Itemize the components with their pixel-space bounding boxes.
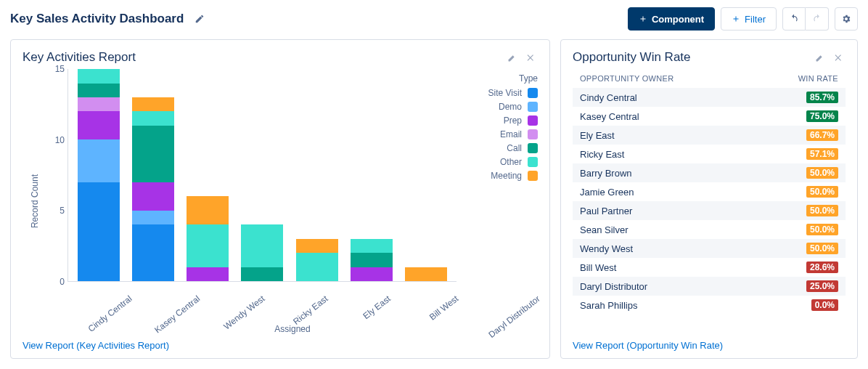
x-tick: Bill West	[404, 282, 471, 328]
table-row[interactable]: Barry Brown50.0%	[573, 163, 846, 182]
col-rate-header: WIN RATE	[798, 74, 838, 83]
x-axis-label: Assigned	[47, 324, 538, 334]
win-rate-badge: 85.7%	[806, 92, 838, 103]
add-component-button[interactable]: Component	[628, 7, 715, 31]
bar[interactable]	[78, 69, 120, 281]
bar[interactable]	[241, 224, 283, 281]
win-rate-panel: Opportunity Win Rate OPPORTUNITY OWNER W…	[560, 39, 858, 359]
bar-segment-meeting	[405, 267, 447, 281]
bar-slot	[126, 69, 180, 281]
bar-segment-call	[241, 267, 283, 281]
legend-label: Demo	[499, 102, 522, 112]
x-tick: Wendy West	[202, 282, 269, 328]
legend-item-site_visit[interactable]: Site Visit	[462, 88, 538, 98]
legend-item-call[interactable]: Call	[462, 143, 538, 153]
owner-cell: Barry Brown	[580, 168, 632, 179]
view-report-link-chart[interactable]: View Report (Key Activities Report)	[22, 334, 538, 351]
table-row[interactable]: Jamie Green50.0%	[573, 182, 846, 201]
legend-swatch	[528, 157, 538, 167]
bar-segment-other	[78, 69, 120, 83]
x-axis: Cindy CentralKasey CentralWendy WestRick…	[67, 282, 538, 328]
bar[interactable]	[296, 239, 338, 281]
y-tick: 10	[55, 135, 65, 145]
bar-segment-meeting	[296, 239, 338, 253]
bar-segment-prep	[132, 182, 174, 211]
x-tick: Kasey Central	[135, 282, 202, 328]
bar[interactable]	[187, 196, 229, 281]
legend-item-other[interactable]: Other	[462, 157, 538, 167]
table-row[interactable]: Paul Partner50.0%	[573, 201, 846, 220]
add-filter-label: Filter	[745, 14, 766, 25]
table-header-row: OPPORTUNITY OWNER WIN RATE	[573, 69, 846, 88]
legend-item-prep[interactable]: Prep	[462, 115, 538, 126]
edit-chart-icon[interactable]	[504, 50, 519, 65]
owner-cell: Ely East	[580, 130, 615, 141]
bar-segment-other	[351, 239, 393, 253]
redo-icon[interactable]	[806, 7, 829, 31]
bar-slot	[399, 69, 454, 281]
close-table-icon[interactable]	[831, 50, 846, 65]
bar[interactable]	[405, 267, 447, 281]
owner-cell: Jamie Green	[580, 187, 634, 198]
win-rate-badge: 50.0%	[806, 167, 838, 179]
bar-segment-other	[132, 111, 174, 125]
add-filter-button[interactable]: Filter	[721, 7, 777, 31]
dashboard-header: Key Sales Activity Dashboard Component F…	[10, 6, 858, 32]
bar[interactable]	[132, 97, 174, 281]
table-row[interactable]: Cindy Central85.7%	[573, 88, 846, 107]
win-rate-badge: 50.0%	[806, 186, 838, 198]
table-title: Opportunity Win Rate	[573, 50, 691, 65]
legend-label: Email	[500, 129, 522, 139]
table-row[interactable]: Daryl Distributor25.0%	[573, 277, 846, 296]
close-chart-icon[interactable]	[523, 50, 538, 65]
bar-segment-demo	[78, 139, 120, 182]
table-row[interactable]: Ely East66.7%	[573, 126, 846, 145]
key-activities-panel: Key Activities Report Record Count 05101…	[10, 39, 550, 359]
bar[interactable]	[351, 239, 393, 281]
win-rate-badge: 50.0%	[806, 205, 838, 216]
gear-icon[interactable]	[835, 7, 858, 31]
owner-cell: Cindy Central	[580, 92, 637, 103]
owner-cell: Sean Silver	[580, 224, 628, 235]
win-rate-badge: 57.1%	[806, 148, 838, 160]
legend-swatch	[528, 129, 538, 139]
owner-cell: Bill West	[580, 262, 616, 273]
win-rate-badge: 28.6%	[806, 261, 838, 273]
bar-segment-email	[78, 97, 120, 111]
legend-item-demo[interactable]: Demo	[462, 102, 538, 112]
edit-table-icon[interactable]	[812, 50, 827, 65]
x-tick: Ely East	[336, 282, 404, 328]
legend-swatch	[528, 143, 538, 153]
bar-segment-prep	[351, 267, 393, 281]
legend-item-email[interactable]: Email	[462, 129, 538, 139]
table-row[interactable]: Sean Silver50.0%	[573, 220, 846, 239]
chart-legend: Type Site VisitDemoPrepEmailCallOtherMee…	[456, 69, 538, 282]
bar-slot	[235, 69, 290, 281]
bar-segment-site_visit	[78, 182, 120, 281]
table-row[interactable]: Wendy West50.0%	[573, 239, 846, 258]
legend-swatch	[528, 88, 538, 98]
table-row[interactable]: Bill West28.6%	[573, 258, 846, 277]
table-row[interactable]: Sarah Phillips0.0%	[573, 296, 846, 315]
undo-icon[interactable]	[782, 7, 806, 31]
legend-item-meeting[interactable]: Meeting	[462, 171, 538, 181]
win-rate-badge: 50.0%	[806, 243, 838, 254]
legend-swatch	[528, 171, 538, 181]
table-row[interactable]: Ricky East57.1%	[573, 145, 846, 163]
legend-label: Call	[507, 143, 522, 153]
legend-label: Site Visit	[488, 88, 522, 98]
owner-cell: Daryl Distributor	[580, 281, 647, 292]
bar-segment-demo	[132, 211, 174, 224]
edit-title-icon[interactable]	[191, 10, 208, 28]
bar-segment-call	[78, 84, 120, 97]
table-row[interactable]: Kasey Central75.0%	[573, 107, 846, 126]
win-rate-badge: 0.0%	[811, 299, 838, 311]
col-owner-header: OPPORTUNITY OWNER	[580, 74, 673, 83]
win-rate-badge: 25.0%	[806, 280, 838, 292]
bar-segment-prep	[78, 111, 120, 139]
chart-plot-area	[67, 69, 456, 282]
win-rate-badge: 50.0%	[806, 224, 838, 235]
win-rate-table: OPPORTUNITY OWNER WIN RATE Cindy Central…	[573, 69, 846, 334]
view-report-link-table[interactable]: View Report (Opportunity Win Rate)	[573, 334, 846, 351]
add-component-label: Component	[652, 14, 704, 25]
